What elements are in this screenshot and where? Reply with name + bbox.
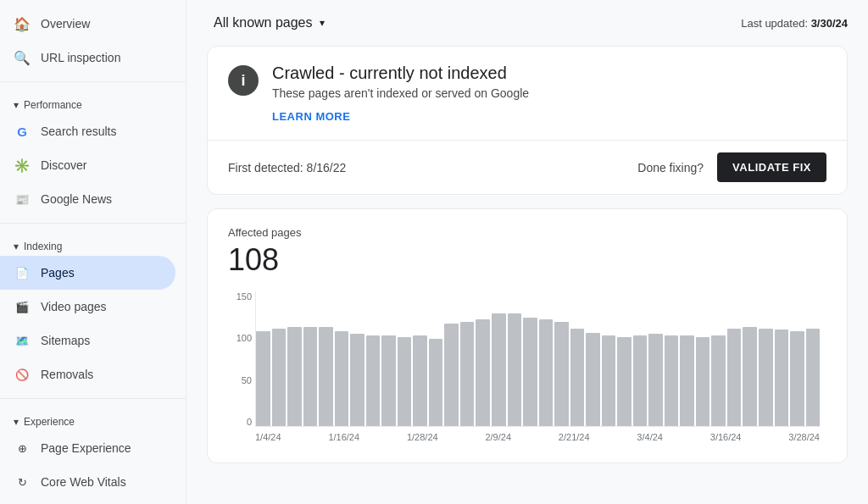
bar-chart [255, 291, 820, 427]
chevron-down-icon: ▾ [14, 99, 19, 111]
bar-3 [303, 327, 318, 426]
search-icon: 🔍 [14, 49, 31, 66]
sidebar-item-discover-label: Discover [41, 158, 86, 172]
chart-card: Affected pages 108 150 100 50 0 [207, 208, 848, 463]
last-updated-date: 3/30/24 [811, 17, 848, 30]
x-label-6: 3/4/24 [637, 432, 663, 442]
issue-card: i Crawled - currently not indexed These … [207, 46, 848, 195]
x-label-3: 1/28/24 [407, 432, 438, 442]
validate-fix-button[interactable]: VALIDATE FIX [717, 152, 826, 182]
chevron-down-icon-2: ▾ [14, 241, 19, 252]
bar-9 [398, 337, 412, 426]
x-label-4: 2/9/24 [485, 432, 511, 442]
section-indexing: ▾ Indexing [0, 230, 186, 256]
sidebar-item-video-pages[interactable]: 🎬 Video pages [0, 290, 175, 324]
sidebar-item-search-results[interactable]: G Search results [0, 114, 175, 148]
section-performance: ▾ Performance [0, 89, 186, 114]
bar-8 [381, 335, 396, 426]
chevron-down-icon-3: ▾ [14, 416, 19, 428]
validate-section: Done fixing? VALIDATE FIX [637, 152, 826, 182]
sidebar-item-discover[interactable]: ✳️ Discover [0, 148, 175, 182]
sidebar-item-sitemaps[interactable]: 🗺️ Sitemaps [0, 324, 175, 357]
sidebar-item-core-web-vitals-label: Core Web Vitals [41, 475, 126, 489]
done-fixing-label: Done fixing? [637, 161, 704, 174]
bar-10 [413, 335, 427, 426]
bar-34 [790, 331, 804, 426]
sidebar-item-core-web-vitals[interactable]: ↻ Core Web Vitals [0, 465, 175, 499]
bar-31 [743, 327, 757, 426]
bar-4 [319, 327, 333, 426]
x-axis-labels: 1/4/24 1/16/24 1/28/24 2/9/24 2/21/24 3/… [255, 432, 820, 442]
sidebar-item-page-experience[interactable]: ⊕ Page Experience [0, 431, 175, 465]
sidebar-item-pages-label: Pages [41, 266, 75, 280]
main-content: All known pages ▾ Last updated: 3/30/24 … [186, 0, 868, 504]
sidebar-item-https[interactable]: 🔒 HTTPS [0, 499, 175, 504]
sidebar-item-search-results-label: Search results [41, 125, 116, 138]
bar-1 [272, 329, 287, 426]
all-known-pages-dropdown[interactable]: All known pages ▾ [207, 12, 331, 34]
bar-19 [554, 322, 569, 426]
sidebar-item-pages[interactable]: 📄 Pages [0, 256, 175, 290]
bar-26 [665, 335, 679, 426]
sidebar-item-removals-label: Removals [41, 368, 93, 381]
content-area: i Crawled - currently not indexed These … [186, 46, 868, 497]
y-label-50: 50 [228, 375, 252, 385]
google-icon: G [14, 123, 31, 140]
sidebar-item-removals[interactable]: 🚫 Removals [0, 357, 175, 391]
sidebar-item-page-experience-label: Page Experience [41, 441, 131, 455]
discover-icon: ✳️ [14, 157, 31, 174]
divider-2 [0, 223, 186, 224]
affected-pages-label: Affected pages [228, 226, 826, 239]
sidebar-item-google-news[interactable]: 📰 Google News [0, 182, 175, 216]
bar-33 [775, 330, 789, 426]
bar-20 [570, 329, 585, 426]
bar-21 [586, 333, 600, 426]
issue-title: Crawled - currently not indexed [272, 64, 529, 83]
issue-subtitle: These pages aren't indexed or served on … [272, 86, 529, 100]
affected-pages-count: 108 [228, 242, 826, 278]
bar-27 [680, 335, 694, 426]
sidebar-item-google-news-label: Google News [41, 192, 112, 206]
bar-30 [727, 329, 742, 426]
home-icon: 🏠 [14, 15, 31, 32]
removals-icon: 🚫 [14, 366, 31, 383]
bar-24 [633, 335, 648, 426]
bar-13 [460, 322, 475, 426]
bar-23 [617, 337, 632, 426]
bar-5 [335, 331, 349, 426]
first-detected: First detected: 8/16/22 [228, 161, 346, 174]
x-label-5: 2/21/24 [559, 432, 590, 442]
y-label-100: 100 [228, 333, 252, 343]
sidebar: 🏠 Overview 🔍 URL inspection ▾ Performanc… [0, 0, 186, 504]
bar-22 [602, 335, 616, 426]
issue-card-body: i Crawled - currently not indexed These … [208, 47, 847, 140]
sidebar-item-overview[interactable]: 🏠 Overview [0, 7, 175, 41]
core-web-vitals-icon: ↻ [14, 474, 31, 490]
bar-12 [444, 324, 459, 426]
page-experience-icon: ⊕ [14, 440, 31, 457]
chevron-down-icon-dropdown: ▾ [320, 17, 325, 29]
dropdown-label: All known pages [214, 15, 313, 30]
pages-icon: 📄 [14, 264, 31, 281]
x-label-8: 3/28/24 [788, 432, 820, 442]
bar-17 [523, 318, 537, 426]
bar-14 [476, 319, 490, 426]
x-label-7: 3/16/24 [710, 432, 742, 442]
bar-11 [429, 339, 443, 426]
issue-card-footer: First detected: 8/16/22 Done fixing? VAL… [208, 140, 847, 194]
sidebar-item-url-inspection[interactable]: 🔍 URL inspection [0, 41, 175, 75]
bar-16 [508, 313, 522, 426]
bar-28 [696, 337, 710, 426]
learn-more-button[interactable]: LEARN MORE [228, 100, 350, 123]
sitemaps-icon: 🗺️ [14, 332, 31, 349]
chart-card-body: Affected pages 108 150 100 50 0 [208, 209, 847, 462]
issue-text: Crawled - currently not indexed These pa… [272, 64, 529, 100]
bar-7 [366, 335, 381, 426]
y-label-150: 150 [228, 291, 252, 302]
bar-25 [648, 334, 663, 426]
sidebar-item-video-pages-label: Video pages [41, 300, 107, 313]
bar-35 [806, 329, 821, 426]
x-label-1: 1/4/24 [255, 432, 281, 442]
bar-18 [539, 319, 554, 426]
section-experience: ▾ Experience [0, 406, 186, 431]
